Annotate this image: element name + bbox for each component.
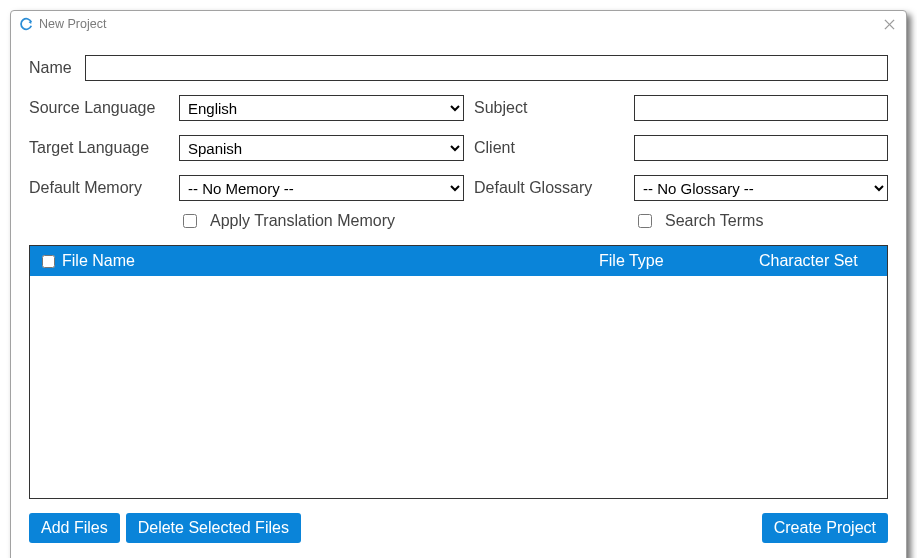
source-language-label: Source Language xyxy=(29,99,169,117)
dialog-content: Name Source Language English Subject Tar… xyxy=(11,37,906,558)
column-file-name[interactable]: File Name xyxy=(58,252,599,270)
close-icon[interactable] xyxy=(880,15,898,33)
default-memory-label: Default Memory xyxy=(29,179,169,197)
search-terms-checkbox[interactable] xyxy=(638,214,652,228)
name-input[interactable] xyxy=(85,55,888,81)
subject-input[interactable] xyxy=(634,95,888,121)
default-memory-select[interactable]: -- No Memory -- xyxy=(179,175,464,201)
select-all-checkbox[interactable] xyxy=(42,255,55,268)
subject-label: Subject xyxy=(474,99,624,117)
table-header: File Name File Type Character Set xyxy=(30,246,887,276)
add-files-button[interactable]: Add Files xyxy=(29,513,120,543)
files-table: File Name File Type Character Set xyxy=(29,245,888,499)
app-icon xyxy=(19,17,33,31)
column-file-type[interactable]: File Type xyxy=(599,252,759,270)
column-character-set[interactable]: Character Set xyxy=(759,252,879,270)
source-language-select[interactable]: English xyxy=(179,95,464,121)
search-terms-label: Search Terms xyxy=(665,212,763,230)
name-label: Name xyxy=(29,59,85,77)
target-language-label: Target Language xyxy=(29,139,169,157)
titlebar: New Project xyxy=(11,11,906,37)
target-language-select[interactable]: Spanish xyxy=(179,135,464,161)
delete-selected-files-button[interactable]: Delete Selected Files xyxy=(126,513,301,543)
apply-tm-label: Apply Translation Memory xyxy=(210,212,395,230)
create-project-button[interactable]: Create Project xyxy=(762,513,888,543)
window-title: New Project xyxy=(39,17,106,31)
default-glossary-label: Default Glossary xyxy=(474,179,624,197)
table-body xyxy=(30,276,887,498)
client-label: Client xyxy=(474,139,624,157)
client-input[interactable] xyxy=(634,135,888,161)
new-project-dialog: New Project Name Source Language English… xyxy=(10,10,907,558)
apply-tm-checkbox[interactable] xyxy=(183,214,197,228)
default-glossary-select[interactable]: -- No Glossary -- xyxy=(634,175,888,201)
